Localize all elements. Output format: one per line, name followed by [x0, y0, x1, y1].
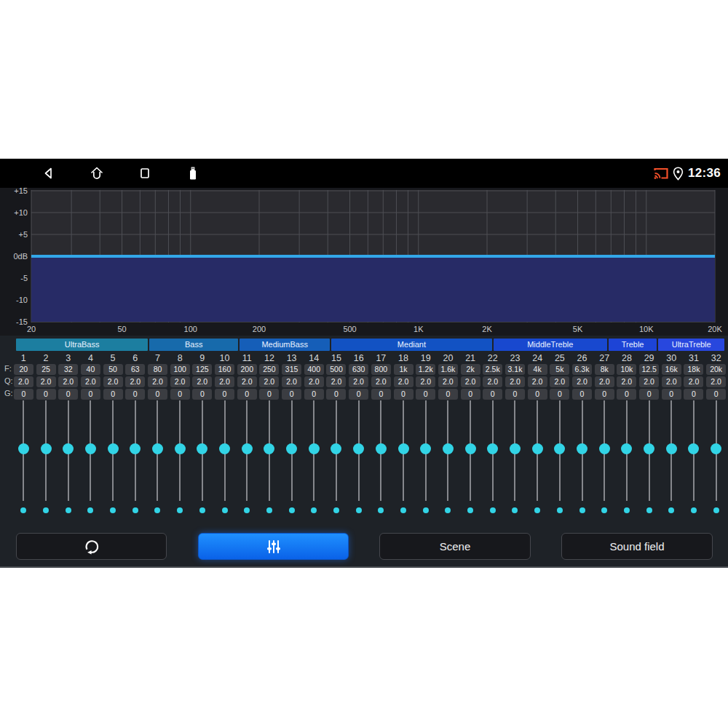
slider-thumb[interactable] [376, 443, 387, 454]
recents-icon[interactable] [137, 165, 153, 181]
g-value: 0 [304, 389, 324, 400]
band-gain-slider[interactable] [593, 400, 616, 501]
band-gain-slider[interactable] [191, 400, 214, 501]
x-tick-label: 200 [253, 325, 266, 333]
slider-thumb[interactable] [510, 443, 521, 454]
band-gain-slider[interactable] [146, 400, 169, 501]
band-gain-slider[interactable] [549, 400, 571, 501]
slider-thumb[interactable] [711, 443, 721, 454]
q-value-box: 2.0 [347, 376, 370, 387]
band-gain-slider[interactable] [280, 400, 303, 501]
indicator-dot [668, 507, 674, 513]
band-gain-slider[interactable] [638, 400, 660, 501]
band-gain-slider[interactable] [303, 400, 325, 501]
band-gain-slider[interactable] [504, 400, 526, 501]
band-gain-slider[interactable] [437, 400, 459, 501]
band-gain-slider[interactable] [526, 400, 549, 501]
band-indicator-dot [325, 506, 348, 515]
g-value: 0 [505, 389, 525, 400]
q-value-box: 2.0 [549, 376, 571, 387]
slider-thumb[interactable] [18, 443, 29, 454]
band-gain-slider[interactable] [12, 400, 35, 501]
slider-thumb[interactable] [331, 443, 341, 454]
slider-thumb[interactable] [688, 443, 699, 454]
band-gain-slider[interactable] [325, 400, 348, 501]
band-gain-slider[interactable] [124, 400, 146, 501]
band-group-header-row: UltraBassBassMediumBassMediantMiddleTreb… [16, 339, 724, 351]
slider-thumb[interactable] [577, 443, 587, 454]
slider-thumb[interactable] [644, 443, 654, 454]
band-gain-slider[interactable] [392, 400, 415, 501]
slider-thumb[interactable] [85, 443, 96, 454]
band-number: 5 [102, 352, 124, 364]
scene-button[interactable]: Scene [379, 533, 531, 560]
slider-thumb[interactable] [264, 443, 274, 454]
band-gain-slider[interactable] [683, 400, 705, 501]
indicator-dot [557, 507, 563, 513]
band-gain-slider[interactable] [79, 400, 102, 501]
slider-thumb[interactable] [532, 443, 543, 454]
q-value-box: 2.0 [124, 376, 146, 387]
slider-thumb[interactable] [309, 443, 320, 454]
f-value-box: 3.1k [504, 363, 526, 375]
band-gain-slider[interactable] [459, 400, 482, 501]
indicator-dot [333, 507, 339, 513]
band-gain-slider[interactable] [616, 400, 638, 501]
band-gain-slider[interactable] [258, 400, 281, 501]
slider-thumb[interactable] [175, 443, 186, 454]
band-gain-slider[interactable] [705, 400, 727, 501]
slider-thumb[interactable] [353, 443, 364, 454]
slider-thumb[interactable] [219, 443, 230, 454]
band-gain-slider[interactable] [571, 400, 593, 501]
slider-thumb[interactable] [197, 443, 207, 454]
band-gain-slider[interactable] [347, 400, 370, 501]
slider-thumb[interactable] [242, 443, 253, 454]
band-gain-slider[interactable] [102, 400, 124, 501]
band-gain-slider[interactable] [236, 400, 258, 501]
q-value: 2.0 [103, 376, 123, 387]
f-value-box: 16k [660, 363, 683, 375]
indicator-dot [43, 507, 49, 513]
slider-thumb[interactable] [621, 443, 632, 454]
slider-thumb[interactable] [599, 443, 610, 454]
band-gain-slider[interactable] [213, 400, 236, 501]
slider-thumb[interactable] [152, 443, 163, 454]
slider-thumb[interactable] [108, 443, 119, 454]
slider-thumb[interactable] [465, 443, 476, 454]
band-gain-slider[interactable] [169, 400, 191, 501]
band-gain-slider[interactable] [481, 400, 504, 501]
slider-thumb[interactable] [666, 443, 677, 454]
slider-thumb[interactable] [130, 443, 141, 454]
slider-thumb[interactable] [443, 443, 454, 454]
band-group-middletreble: MiddleTreble [494, 339, 607, 351]
f-value-box: 630 [347, 363, 370, 375]
indicator-dot [154, 507, 160, 513]
slider-thumb[interactable] [487, 443, 498, 454]
indicator-dot [445, 507, 451, 513]
reset-button[interactable] [16, 533, 167, 560]
slider-thumb[interactable] [41, 443, 52, 454]
band-gain-slider[interactable] [414, 400, 437, 501]
q-value-box: 2.0 [102, 376, 124, 387]
slider-thumb[interactable] [554, 443, 565, 454]
band-number: 18 [392, 352, 415, 364]
sound-field-button[interactable]: Sound field [561, 533, 713, 560]
indicator-dot [423, 507, 429, 513]
band-number: 27 [593, 352, 616, 364]
band-gain-slider[interactable] [370, 400, 392, 501]
slider-thumb[interactable] [398, 443, 409, 454]
band-gain-slider[interactable] [57, 400, 79, 501]
band-gain-slider[interactable] [35, 400, 58, 501]
g-value-box: 0 [57, 388, 79, 400]
slider-thumb[interactable] [286, 443, 297, 454]
equalizer-button[interactable] [198, 533, 349, 560]
band-gain-slider[interactable] [660, 400, 683, 501]
slider-thumb[interactable] [63, 443, 74, 454]
f-value-box: 200 [236, 363, 258, 375]
home-icon[interactable] [89, 165, 105, 181]
f-value: 10k [617, 364, 636, 375]
f-value: 32 [58, 364, 78, 375]
g-value-box: 0 [12, 388, 35, 400]
slider-thumb[interactable] [420, 443, 431, 454]
back-icon[interactable] [40, 165, 56, 181]
